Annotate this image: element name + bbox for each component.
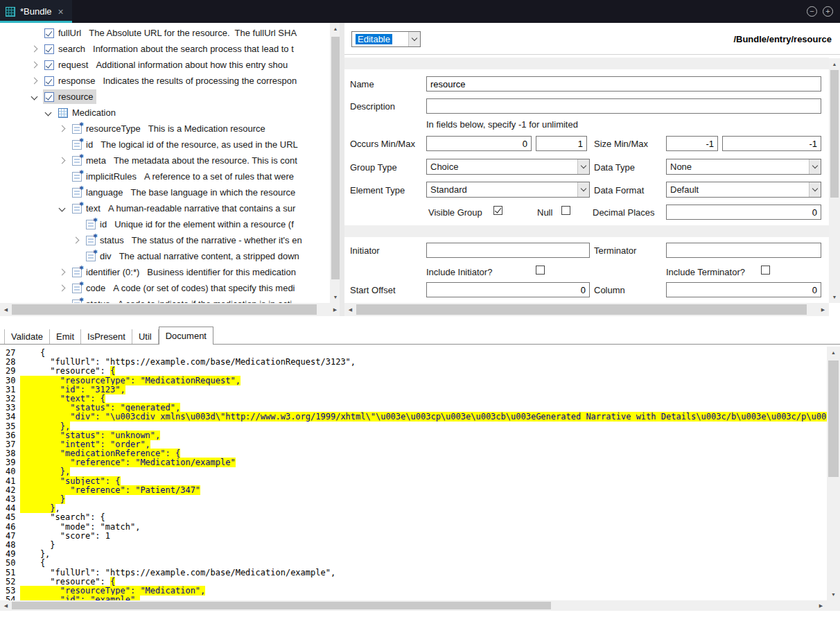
element-type-select[interactable]: Standard	[426, 182, 590, 198]
group-type-select[interactable]: Choice	[426, 159, 590, 175]
size-min-input[interactable]	[666, 136, 718, 151]
json-document[interactable]: 27 {28 "fullUrl": "https://example.com/b…	[0, 349, 827, 600]
tree-item-identifier-0[interactable]: identifier (0:*)Business identifier for …	[0, 264, 330, 280]
chevron-collapsed-icon[interactable]	[73, 237, 80, 244]
occurs-min-input[interactable]	[426, 136, 532, 151]
tree-item-code[interactable]: codeA code (or set of codes) that specif…	[0, 280, 330, 296]
scroll-thumb[interactable]	[828, 360, 839, 477]
description-input[interactable]	[426, 98, 821, 114]
tree-item-language[interactable]: languageThe base language in which the r…	[0, 184, 330, 200]
scroll-down-icon[interactable]: ▼	[829, 291, 840, 303]
scroll-left-icon[interactable]: ◀	[0, 600, 12, 611]
tree-item-target[interactable]: search	[43, 42, 88, 56]
tree-item-id[interactable]: idThe logical id of the resource, as use…	[0, 137, 330, 153]
tree-item-target[interactable]: meta	[71, 153, 109, 168]
occurs-max-input[interactable]	[536, 136, 587, 151]
tree-item-medication[interactable]: Medication	[0, 105, 330, 121]
tree-horizontal-scrollbar[interactable]: ◀ ▶	[0, 303, 341, 316]
chevron-collapsed-icon[interactable]	[59, 269, 66, 276]
tree-item-target[interactable]: status	[71, 297, 113, 303]
include-initiator-checkbox[interactable]	[536, 266, 545, 275]
tree-item-search[interactable]: searchInformation about the search proce…	[0, 41, 330, 57]
document-tab-bundle[interactable]: *Bundle ×	[0, 0, 72, 23]
chevron-collapsed-icon[interactable]	[31, 78, 38, 85]
tab-ispresent[interactable]: IsPresent	[81, 329, 132, 344]
tree-item-target[interactable]: identifier (0:*)	[71, 265, 142, 279]
props-vertical-scrollbar[interactable]: ▲ ▼	[829, 58, 840, 303]
column-input[interactable]	[666, 282, 821, 297]
chevron-expanded-icon[interactable]	[31, 94, 38, 101]
chevron-collapsed-icon[interactable]	[59, 125, 66, 132]
decimal-places-input[interactable]	[666, 205, 821, 220]
data-type-select[interactable]: None	[666, 159, 821, 175]
tree-item-target[interactable]: language	[71, 185, 126, 200]
tab-document[interactable]: Document	[159, 327, 213, 345]
code-horizontal-scrollbar[interactable]: ◀ ▶	[0, 600, 827, 611]
tree-item-target[interactable]: resource	[43, 89, 96, 104]
scroll-right-icon[interactable]: ▶	[817, 303, 829, 316]
tree-item-text[interactable]: textA human-readable narrative that cont…	[0, 200, 330, 216]
tree-item-target[interactable]: implicitRules	[71, 169, 139, 184]
tree-item-target[interactable]: text	[71, 201, 103, 216]
scroll-thumb[interactable]	[830, 70, 839, 198]
size-max-input[interactable]	[722, 136, 821, 151]
initiator-input[interactable]	[426, 243, 590, 258]
minus-circle-button[interactable]: −	[807, 6, 817, 17]
scroll-up-icon[interactable]: ▲	[827, 347, 840, 358]
tree-item-response[interactable]: responseIndicates the results of process…	[0, 73, 330, 89]
tree-item-target[interactable]: request	[43, 58, 91, 72]
scroll-thumb[interactable]	[331, 37, 340, 279]
chevron-collapsed-icon[interactable]	[59, 285, 66, 292]
chevron-expanded-icon[interactable]	[45, 110, 52, 116]
tree-item-target[interactable]: response	[43, 73, 98, 88]
tree-item-target[interactable]: fullUrl	[43, 26, 84, 40]
scroll-thumb[interactable]	[12, 304, 317, 315]
scroll-right-icon[interactable]: ▶	[815, 600, 827, 611]
scroll-thumb[interactable]	[12, 602, 551, 609]
null-checkbox[interactable]	[561, 206, 570, 215]
name-input[interactable]	[426, 76, 821, 92]
close-tab-icon[interactable]: ×	[58, 7, 64, 17]
tree-item-resourcetype[interactable]: resourceTypeThis is a Medication resourc…	[0, 121, 330, 137]
chevron-collapsed-icon[interactable]	[59, 157, 66, 164]
tree-item-target[interactable]: resourceType	[71, 121, 143, 136]
tree-item-target[interactable]: status	[85, 233, 127, 247]
props-horizontal-scrollbar[interactable]: ◀ ▶	[344, 303, 829, 316]
chevron-collapsed-icon[interactable]	[31, 46, 38, 53]
scroll-up-icon[interactable]: ▲	[829, 58, 840, 70]
tree-item-label: request	[58, 60, 88, 70]
tree-item-resource[interactable]: resource	[0, 89, 330, 105]
data-format-select[interactable]: Default	[666, 182, 821, 198]
tree-item-target[interactable]: Medication	[57, 105, 119, 120]
tree-item-target[interactable]: id	[85, 217, 110, 232]
tree-item-request[interactable]: requestAdditional information about how …	[0, 57, 330, 73]
include-terminator-checkbox[interactable]	[761, 266, 770, 275]
code-vertical-scrollbar[interactable]: ▲ ▼	[827, 347, 840, 600]
tree-item-fullurl[interactable]: fullUrlThe Absolute URL for the resource…	[0, 25, 330, 41]
tab-util[interactable]: Util	[132, 329, 159, 344]
panel-divider[interactable]	[340, 23, 344, 316]
tree-item-implicitrules[interactable]: implicitRulesA reference to a set of rul…	[0, 168, 330, 184]
tab-validate[interactable]: Validate	[4, 329, 50, 344]
schema-tree: fullUrlThe Absolute URL for the resource…	[0, 23, 330, 303]
tree-item-id[interactable]: idUnique id for the element within a res…	[0, 216, 330, 232]
tree-item-div[interactable]: divThe actual narrative content, a strip…	[0, 248, 330, 264]
tree-item-target[interactable]: id	[71, 137, 96, 152]
tree-item-target[interactable]: code	[71, 281, 108, 295]
tree-item-status[interactable]: statusA code to indicate if the medicati…	[0, 296, 330, 303]
scroll-thumb[interactable]	[356, 304, 807, 315]
plus-circle-button[interactable]: +	[823, 6, 833, 17]
tree-item-meta[interactable]: metaThe metadata about the resource. Thi…	[0, 153, 330, 168]
tree-item-target[interactable]: div	[85, 249, 114, 263]
edit-mode-select[interactable]: Editable	[351, 31, 421, 47]
scroll-left-icon[interactable]: ◀	[0, 303, 12, 316]
scroll-left-icon[interactable]: ◀	[344, 303, 356, 316]
chevron-collapsed-icon[interactable]	[31, 62, 38, 69]
terminator-input[interactable]	[666, 243, 821, 258]
start-offset-input[interactable]	[426, 282, 590, 297]
visible-group-checkbox[interactable]	[493, 206, 502, 215]
tab-emit[interactable]: Emit	[50, 329, 81, 344]
tree-item-status[interactable]: statusThe status of the narrative - whet…	[0, 232, 330, 248]
scroll-down-icon[interactable]: ▼	[827, 589, 840, 600]
chevron-expanded-icon[interactable]	[59, 205, 66, 212]
